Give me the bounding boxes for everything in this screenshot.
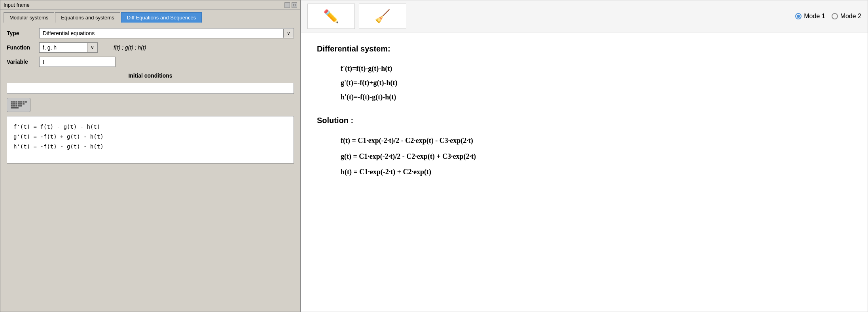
variable-input[interactable]	[39, 57, 116, 67]
type-label: Type	[7, 30, 35, 36]
mode1-option[interactable]: Mode 1	[795, 13, 825, 20]
solution-eq-1: f(t) = C1·exp(-2·t)/2 - C2·exp(t) - C3·e…	[341, 133, 852, 149]
mode1-radio-fill	[797, 15, 800, 18]
function-row: Function f, g, h ∨ f(t) ; g(t) ; h(t)	[7, 42, 294, 53]
mode-group: Mode 1 Mode 2	[795, 13, 861, 20]
solution-eq-3: h(t) = C1·exp(-2·t) + C2·exp(t)	[341, 164, 852, 180]
function-right-label: f(t) ; g(t) ; h(t)	[114, 44, 146, 51]
tabs-bar: Modular systems Equations and systems Di…	[0, 10, 300, 23]
type-select-text: Differential equations	[40, 29, 283, 38]
type-row: Type Differential equations ∨	[7, 28, 294, 38]
equation-box: f'(t) = f(t) - g(t) - h(t) g'(t) = -f(t)…	[7, 116, 294, 164]
type-dropdown-arrow[interactable]: ∨	[283, 29, 294, 38]
type-select[interactable]: Differential equations ∨	[39, 28, 294, 38]
solution-equations: f(t) = C1·exp(-2·t)/2 - C2·exp(t) - C3·e…	[341, 133, 852, 180]
variable-label: Variable	[7, 59, 35, 65]
system-equations: f'(t)=f(t)-g(t)-h(t) g'(t)=-f(t)+g(t)-h(…	[341, 61, 852, 104]
keyboard-graphic	[11, 101, 27, 108]
initial-conditions-input[interactable]	[7, 83, 294, 94]
tab-diff[interactable]: Diff Equations and Sequences	[121, 12, 202, 23]
system-eq-3: h'(t)=-f(t)-g(t)-h(t)	[341, 90, 852, 104]
tab-modular[interactable]: Modular systems	[4, 12, 54, 23]
mode2-label: Mode 2	[840, 13, 861, 20]
system-eq-1: f'(t)=f(t)-g(t)-h(t)	[341, 61, 852, 76]
left-panel: Input frame − □ Modular systems Equation…	[0, 0, 301, 312]
mode1-radio[interactable]	[795, 13, 802, 19]
tab-equations[interactable]: Equations and systems	[55, 12, 120, 23]
panel-title-bar: Input frame − □	[0, 0, 300, 10]
system-eq-2: g'(t)=-f(t)+g(t)-h(t)	[341, 76, 852, 90]
variable-row: Variable	[7, 57, 294, 67]
function-select-text: f, g, h	[40, 43, 87, 52]
maximize-button[interactable]: □	[292, 2, 297, 8]
form-content: Type Differential equations ∨ Function f…	[0, 23, 300, 169]
right-panel: ✏️ 🧹 Mode 1 Mode 2 Differential system: …	[301, 0, 868, 312]
mode1-label: Mode 1	[804, 13, 825, 20]
minimize-button[interactable]: −	[284, 2, 290, 8]
eq-line-3: h'(t) = -f(t) - g(t) - h(t)	[13, 142, 287, 152]
result-area: Differential system: f'(t)=f(t)-g(t)-h(t…	[301, 32, 868, 312]
solution-eq-2: g(t) = C1·exp(-2·t)/2 - C2·exp(t) + C3·e…	[341, 149, 852, 165]
right-toolbar: ✏️ 🧹 Mode 1 Mode 2	[301, 0, 868, 32]
pencil-icon: ✏️	[323, 9, 339, 24]
brush-button[interactable]: 🧹	[359, 4, 406, 29]
panel-title: Input frame	[4, 2, 30, 8]
eq-line-1: f'(t) = f(t) - g(t) - h(t)	[13, 122, 287, 132]
function-label: Function	[7, 44, 35, 51]
initial-conditions-title: Initial conditions	[7, 72, 294, 79]
function-dropdown-arrow[interactable]: ∨	[87, 43, 97, 52]
keyboard-icon[interactable]	[7, 98, 30, 112]
eq-line-2: g'(t) = -f(t) + g(t) - h(t)	[13, 132, 287, 142]
system-title: Differential system:	[317, 44, 852, 53]
solution-title: Solution :	[317, 116, 852, 125]
title-buttons: − □	[284, 2, 297, 8]
brush-icon: 🧹	[375, 9, 390, 24]
mode2-option[interactable]: Mode 2	[832, 13, 861, 20]
pencil-button[interactable]: ✏️	[307, 4, 355, 29]
function-select[interactable]: f, g, h ∨	[39, 42, 98, 53]
mode2-radio[interactable]	[832, 13, 838, 19]
